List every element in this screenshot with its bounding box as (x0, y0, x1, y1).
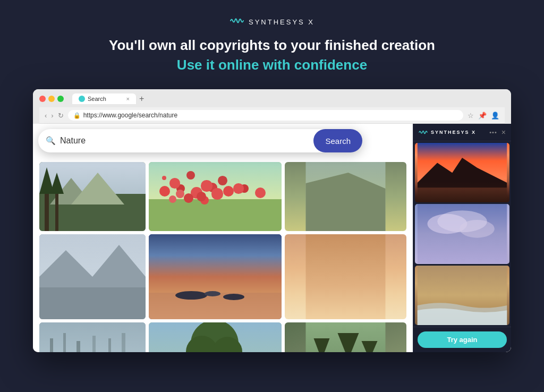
image-foggy-forest[interactable] (39, 322, 146, 352)
svg-point-13 (208, 183, 217, 192)
side-panel-footer: Try again (413, 327, 511, 352)
svg-point-14 (223, 186, 234, 197)
logo-row: SYNTHESYS X (230, 15, 314, 29)
side-panel-logo-icon (419, 129, 428, 136)
svg-rect-9 (149, 199, 282, 231)
image-forest[interactable] (39, 162, 146, 231)
svg-rect-34 (63, 333, 66, 352)
svg-point-16 (255, 188, 266, 198)
svg-point-18 (184, 193, 193, 203)
svg-point-17 (169, 195, 176, 203)
image-peach-sky[interactable] (285, 234, 406, 319)
svg-rect-4 (45, 189, 49, 231)
svg-point-10 (159, 186, 170, 197)
svg-point-27 (175, 291, 207, 300)
secure-icon: 🔒 (73, 112, 81, 119)
image-forest-bottom[interactable] (285, 322, 406, 352)
address-bar-row: ‹ › ↻ 🔒 https://www.google/search/nature… (39, 107, 505, 124)
svg-rect-6 (55, 191, 58, 231)
image-coast-partial[interactable] (285, 162, 406, 231)
new-tab-button[interactable]: + (139, 94, 144, 104)
svg-point-28 (223, 294, 244, 300)
image-sunset-lake[interactable] (149, 234, 282, 319)
side-panel-image-3[interactable] (415, 266, 509, 325)
image-poppies[interactable] (149, 162, 282, 231)
search-overlay: 🔍 Nature Search (38, 129, 362, 152)
side-panel-logo-text: SYNTHESYS X (431, 130, 476, 135)
traffic-light-red[interactable] (39, 96, 46, 102)
try-again-button[interactable]: Try again (418, 331, 507, 348)
svg-point-60 (437, 210, 487, 232)
tab-favicon (79, 96, 85, 102)
image-grid (39, 162, 406, 352)
svg-rect-37 (108, 338, 111, 352)
extension-icon[interactable]: 📌 (478, 112, 487, 120)
svg-point-19 (200, 196, 209, 204)
svg-rect-30 (306, 234, 386, 319)
side-panel: SYNTHESYS X ••• × (413, 124, 511, 352)
synthesys-logo-icon (230, 15, 244, 29)
nav-back-button[interactable]: ‹ (45, 112, 47, 120)
svg-point-29 (205, 291, 220, 296)
address-bar[interactable]: 🔒 https://www.google/search/nature (68, 110, 463, 121)
side-panel-logo: SYNTHESYS X (419, 129, 476, 136)
subheadline: Use it online with confidence (177, 57, 367, 73)
address-url: https://www.google/search/nature (83, 112, 177, 119)
tab-close-button[interactable]: × (126, 96, 130, 102)
svg-rect-36 (92, 336, 96, 352)
svg-rect-56 (418, 188, 507, 202)
search-button[interactable]: Search (313, 129, 362, 152)
browser-tab[interactable]: Search × (72, 93, 136, 104)
svg-rect-24 (39, 287, 146, 319)
browser-chrome: Search × + ‹ › ↻ 🔒 https://www.google/se… (33, 89, 511, 124)
side-panel-controls: ••• × (489, 128, 506, 137)
svg-point-15 (240, 184, 249, 193)
headline: You'll own all copyrights to your finish… (109, 37, 435, 54)
bookmark-icon[interactable]: ☆ (468, 112, 474, 120)
svg-rect-38 (122, 333, 125, 352)
image-tree[interactable] (149, 322, 282, 352)
browser-top-bar: Search × + (39, 93, 505, 104)
side-panel-images (413, 141, 511, 327)
svg-rect-33 (50, 338, 53, 352)
nav-forward-button[interactable]: › (51, 112, 53, 120)
traffic-lights (39, 96, 64, 102)
browser-window: Search × + ‹ › ↻ 🔒 https://www.google/se… (33, 89, 511, 352)
image-misty-mountains[interactable] (39, 234, 146, 319)
side-panel-image-1[interactable] (415, 143, 509, 202)
search-icon: 🔍 (46, 136, 56, 146)
browser-content: 🔍 Nature Search (33, 124, 511, 352)
tab-label: Search (88, 96, 106, 102)
side-panel-header: SYNTHESYS X ••• × (413, 124, 511, 141)
search-input[interactable]: Nature (60, 136, 313, 146)
header: SYNTHESYS X You'll own all copyrights to… (0, 0, 544, 84)
profile-icon[interactable]: 👤 (491, 112, 499, 120)
logo-text: SYNTHESYS X (249, 18, 314, 26)
address-bar-icons: ☆ 📌 👤 (468, 112, 499, 120)
traffic-light-green[interactable] (57, 96, 64, 102)
svg-rect-26 (149, 293, 282, 319)
nav-refresh-button[interactable]: ↻ (58, 112, 64, 120)
close-panel-icon[interactable]: × (502, 128, 506, 137)
tab-bar: Search × + (72, 93, 505, 104)
svg-rect-35 (76, 341, 80, 352)
more-options-icon[interactable]: ••• (489, 129, 497, 135)
traffic-light-yellow[interactable] (48, 96, 55, 102)
image-grid-container (33, 124, 413, 352)
svg-point-11 (176, 184, 185, 193)
side-panel-image-2[interactable] (415, 204, 509, 263)
